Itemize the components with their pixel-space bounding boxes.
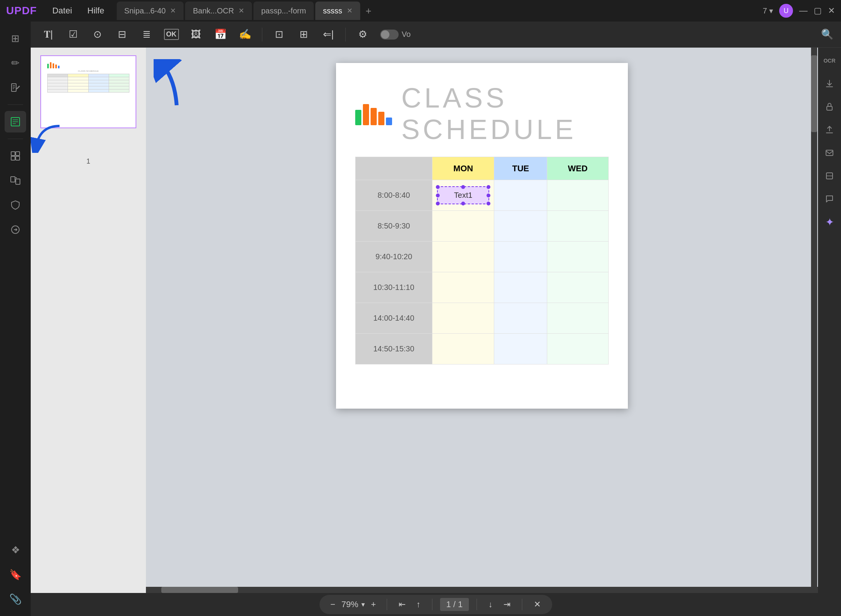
pdf-title: CLASS SCHEDULE	[401, 82, 609, 145]
handle-ml[interactable]	[436, 194, 440, 197]
bar-orange-3	[378, 112, 384, 125]
radio-tool-button[interactable]: ⊙	[88, 25, 108, 45]
bar-orange-2	[371, 108, 377, 125]
vertical-scrollbar[interactable]	[811, 48, 817, 593]
lock-button[interactable]	[821, 98, 838, 115]
handle-tl[interactable]	[436, 185, 440, 189]
text-tool-button[interactable]: 𝐓|	[38, 25, 58, 45]
nav-next-button[interactable]: ↓	[485, 599, 497, 609]
scan-button[interactable]	[821, 167, 838, 184]
svg-rect-10	[11, 156, 15, 160]
sidebar-edit[interactable]	[5, 77, 26, 98]
tue-cell-5[interactable]	[494, 303, 547, 334]
settings-tool-button[interactable]: ⚙	[353, 25, 372, 45]
nav-first-button[interactable]: ⇤	[395, 599, 409, 609]
handle-bm[interactable]	[461, 202, 465, 205]
sidebar-annotate[interactable]: ✏	[5, 52, 26, 74]
mail-button[interactable]	[821, 144, 838, 161]
thumbnail-page-1[interactable]: CLASS SCHEDULE	[40, 55, 136, 128]
wed-cell-4[interactable]	[547, 272, 609, 303]
tue-cell-1[interactable]	[494, 180, 547, 211]
align-tool-button[interactable]: ⇐|	[318, 25, 338, 45]
mon-cell-3[interactable]	[432, 242, 494, 272]
mon-cell-1[interactable]: Text1	[432, 180, 494, 211]
sidebar-bottom: ❖ 🔖 📎	[5, 539, 26, 610]
combo-tool-button[interactable]: ⊟	[112, 25, 132, 45]
menu-hilfe[interactable]: Hilfe	[81, 3, 111, 18]
header-tue: TUE	[494, 157, 547, 180]
date-tool-button[interactable]: 📅	[210, 25, 230, 45]
wed-cell-1[interactable]	[547, 180, 609, 211]
mon-cell-2[interactable]	[432, 211, 494, 242]
sidebar-organize[interactable]	[5, 145, 26, 167]
tue-cell-6[interactable]	[494, 334, 547, 364]
horizontal-scroll-thumb[interactable]	[161, 587, 238, 593]
tab-bank-close[interactable]: ✕	[238, 7, 244, 15]
vo-toggle-switch[interactable]	[380, 30, 399, 40]
horizontal-scrollbar[interactable]	[146, 587, 818, 593]
sign-tool-button[interactable]: ✍	[235, 25, 255, 45]
nav-last-button[interactable]: ⇥	[500, 599, 514, 609]
search-button[interactable]: 🔍	[821, 28, 833, 40]
handle-tr[interactable]	[487, 185, 490, 189]
ai-button[interactable]: ✦	[821, 214, 838, 230]
checkbox-tool-button[interactable]: ☑	[63, 25, 83, 45]
image-tool-button[interactable]: 🖼	[186, 25, 206, 45]
svg-rect-13	[16, 179, 20, 184]
download-button[interactable]	[821, 75, 838, 92]
tab-bank[interactable]: Bank...OCR ✕	[185, 2, 252, 20]
sidebar-protect[interactable]	[5, 194, 26, 216]
nav-separator-1	[387, 599, 387, 610]
sidebar-more[interactable]	[5, 219, 26, 240]
zoom-out-button[interactable]: −	[327, 599, 338, 609]
grid-tool-button[interactable]: ⊞	[294, 25, 314, 45]
zoom-in-button[interactable]: +	[368, 599, 379, 609]
list-tool-button[interactable]: ≣	[137, 25, 157, 45]
sidebar-convert[interactable]	[5, 170, 26, 191]
nav-prev-button[interactable]: ↑	[412, 599, 424, 609]
tue-cell-3[interactable]	[494, 242, 547, 272]
wed-cell-6[interactable]	[547, 334, 609, 364]
menu-datei[interactable]: Datei	[46, 3, 78, 18]
sidebar-layers[interactable]: ❖	[5, 539, 26, 561]
text1-selected-box[interactable]: Text1	[437, 186, 489, 204]
share-button[interactable]	[821, 121, 838, 138]
tab-sssss-close[interactable]: ✕	[347, 7, 353, 15]
zoom-dropdown-button[interactable]: ▾	[361, 600, 365, 609]
mon-cell-5[interactable]	[432, 303, 494, 334]
version-number[interactable]: 7 ▾	[763, 6, 773, 15]
sidebar-page-view[interactable]: ⊞	[5, 28, 26, 49]
tue-cell-2[interactable]	[494, 211, 547, 242]
tab-snipa[interactable]: Snipa...6-40 ✕	[117, 2, 184, 20]
vo-toggle[interactable]: Vo	[380, 30, 411, 40]
tue-cell-4[interactable]	[494, 272, 547, 303]
mon-cell-4[interactable]	[432, 272, 494, 303]
minimize-button[interactable]: —	[799, 6, 808, 16]
chat-button[interactable]	[821, 190, 838, 207]
tab-snipa-close[interactable]: ✕	[170, 7, 176, 15]
user-avatar[interactable]: U	[779, 4, 793, 18]
close-button[interactable]: ✕	[828, 6, 835, 16]
sidebar-forms[interactable]	[5, 111, 26, 132]
sidebar-bookmark[interactable]: 🔖	[5, 564, 26, 585]
nav-close-button[interactable]: ✕	[530, 599, 545, 609]
ok-tool-button[interactable]: OK	[161, 25, 181, 45]
handle-tm[interactable]	[461, 185, 465, 189]
sidebar-sep-2	[8, 139, 23, 139]
wed-cell-2[interactable]	[547, 211, 609, 242]
maximize-button[interactable]: ▢	[814, 6, 822, 16]
tab-add-button[interactable]: +	[362, 5, 375, 17]
sidebar-attachment[interactable]: 📎	[5, 588, 26, 610]
tab-sssss[interactable]: sssss ✕	[315, 2, 360, 20]
more1-tool-button[interactable]: ⊡	[269, 25, 289, 45]
mon-cell-6[interactable]	[432, 334, 494, 364]
wed-cell-5[interactable]	[547, 303, 609, 334]
wed-cell-3[interactable]	[547, 242, 609, 272]
handle-bl[interactable]	[436, 202, 440, 205]
svg-rect-9	[16, 152, 20, 156]
handle-br[interactable]	[487, 202, 490, 205]
tab-passp[interactable]: passp...-form	[253, 2, 314, 20]
handle-mr[interactable]	[487, 194, 490, 197]
vertical-scroll-thumb[interactable]	[811, 55, 817, 132]
ocr-button[interactable]: OCR	[821, 52, 838, 69]
